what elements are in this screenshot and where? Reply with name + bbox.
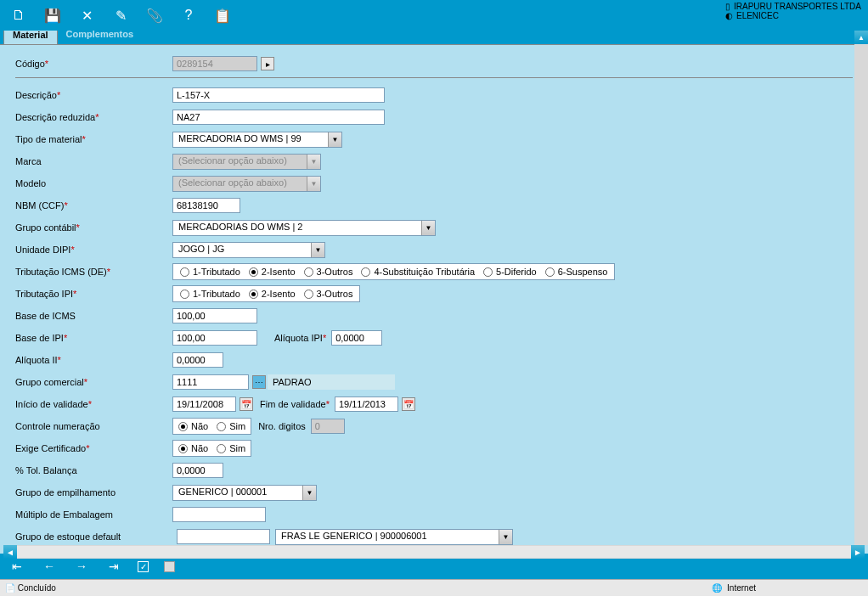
chevron-down-icon[interactable]: ▼ <box>499 530 512 544</box>
scroll-right-icon[interactable]: ► <box>851 545 865 559</box>
label-grupo-comercial: Grupo comercial* <box>15 377 172 387</box>
chevron-down-icon[interactable]: ▼ <box>328 132 341 147</box>
chevron-down-icon[interactable]: ▼ <box>421 221 435 235</box>
radio-icms-5[interactable] <box>483 267 493 277</box>
calendar-icon[interactable]: 📅 <box>402 397 415 411</box>
codigo-input <box>172 56 257 71</box>
top-toolbar: 🗋 💾 ✕ ✎ 📎 ? 📋 ▯IRAPURU TRANSPORTES LTDA … <box>0 0 868 31</box>
desc-reduzida-input[interactable] <box>172 110 385 125</box>
modelo-select: (Selecionar opção abaixo)▼ <box>172 176 321 192</box>
exige-cert-radio[interactable]: Não Sim <box>172 440 251 457</box>
marca-select: (Selecionar opção abaixo)▼ <box>172 154 321 170</box>
chevron-down-icon: ▼ <box>307 155 320 169</box>
label-base-icms: Base de ICMS <box>15 311 172 321</box>
grupo-estoque-cod-input[interactable] <box>177 529 270 544</box>
radio-sim[interactable] <box>217 422 226 431</box>
label-aliquota-ipi: Alíquota IPI* <box>274 333 326 343</box>
nbm-input[interactable] <box>172 198 240 213</box>
label-nbm: NBM (CCF)* <box>15 200 172 211</box>
vertical-scrollbar[interactable]: ▲ <box>854 31 868 545</box>
scroll-track[interactable] <box>17 546 851 558</box>
label-descricao: Descrição* <box>15 90 172 100</box>
status-page-icon: 📄 <box>5 583 15 593</box>
chevron-down-icon[interactable]: ▼ <box>311 243 324 257</box>
grupo-empilhamento-select[interactable]: GENERICO | 000001▼ <box>172 485 317 501</box>
nav-next-icon[interactable]: → <box>73 560 90 573</box>
label-tipo-material: Tipo de material* <box>15 134 172 144</box>
radio-icms-6[interactable] <box>545 267 555 277</box>
chevron-down-icon: ▼ <box>307 177 320 191</box>
label-aliquota-ii: Alíquota II* <box>15 355 172 365</box>
base-icms-input[interactable] <box>172 308 257 323</box>
radio-icms-3[interactable] <box>304 267 313 277</box>
descricao-input[interactable] <box>172 87 385 103</box>
trib-ipi-radio[interactable]: 1-Tributado 2-Isento 3-Outros <box>172 285 360 302</box>
status-bar: 📄 Concluído 🌐 Internet <box>0 579 868 596</box>
save-icon[interactable]: 💾 <box>41 3 65 27</box>
lookup-grupo-icon[interactable]: ⋯ <box>252 375 266 389</box>
horizontal-scrollbar[interactable]: ◄ ► <box>3 545 865 559</box>
label-exige-cert: Exige Certificado* <box>15 443 172 453</box>
grupo-comercial-input[interactable] <box>172 374 249 390</box>
label-fim-validade: Fim de validade* <box>260 399 330 409</box>
aliquota-ii-input[interactable] <box>172 352 223 368</box>
controle-num-radio[interactable]: Não Sim <box>172 418 251 435</box>
radio-icms-1[interactable] <box>180 267 189 277</box>
attach-icon[interactable]: 📎 <box>143 3 166 27</box>
label-multiplo-emb: Múltiplo de Embalagem <box>15 509 172 520</box>
checkbox-checked-icon[interactable]: ✓ <box>138 561 149 572</box>
label-marca: Marca <box>15 156 172 166</box>
chevron-down-icon[interactable]: ▼ <box>302 486 316 500</box>
status-left: Concluído <box>18 583 56 593</box>
globe-icon: 🌐 <box>712 583 722 593</box>
nav-last-icon[interactable]: ⇥ <box>105 560 122 573</box>
radio-nao[interactable] <box>178 422 188 431</box>
edit-icon[interactable]: ✎ <box>109 3 132 27</box>
label-trib-ipi: Tributação IPI* <box>15 289 172 299</box>
scroll-left-icon[interactable]: ◄ <box>3 545 17 559</box>
radio-ipi-3[interactable] <box>304 290 313 299</box>
copy-icon[interactable]: 📋 <box>211 3 234 27</box>
nav-first-icon[interactable]: ⇤ <box>8 560 25 573</box>
form-content: Código* ▸ Descrição* Descrição reduzida*… <box>0 44 868 554</box>
label-grupo-estoque: Grupo de estoque default <box>15 531 177 542</box>
delete-icon[interactable]: ✕ <box>75 3 99 27</box>
label-nro-digitos: Nro. digitos <box>258 421 306 431</box>
radio-cert-sim[interactable] <box>217 444 226 453</box>
grupo-contabil-select[interactable]: MERCADORIAS DO WMS | 2▼ <box>172 220 436 236</box>
calendar-icon[interactable]: 📅 <box>240 397 253 411</box>
label-desc-reduzida: Descrição reduzida* <box>15 112 172 122</box>
aliquota-ipi-input[interactable] <box>331 330 382 346</box>
new-icon[interactable]: 🗋 <box>7 3 31 27</box>
radio-icms-2[interactable] <box>249 267 258 277</box>
nav-prev-icon[interactable]: ← <box>41 560 58 573</box>
scroll-up-icon[interactable]: ▲ <box>854 31 868 44</box>
company-info: ▯IRAPURU TRANSPORTES LTDA ◐ELENICEC <box>725 2 861 20</box>
tol-balanca-input[interactable] <box>172 463 223 478</box>
checkbox-empty-icon[interactable] <box>164 561 175 572</box>
grupo-estoque-select[interactable]: FRAS LE GENERICO | 900006001▼ <box>275 529 513 545</box>
label-grupo-empilhamento: Grupo de empilhamento <box>15 487 172 498</box>
tipo-material-select[interactable]: MERCADORIA DO WMS | 99▼ <box>172 132 342 148</box>
help-icon[interactable]: ? <box>177 3 200 27</box>
inicio-validade-input[interactable] <box>172 396 236 412</box>
trib-icms-radio[interactable]: 1-Tributado 2-Isento 3-Outros 4-Substitu… <box>172 263 615 280</box>
label-controle-num: Controle numeração <box>15 421 172 431</box>
label-unidade-dipi: Unidade DIPI* <box>15 245 172 255</box>
radio-ipi-1[interactable] <box>180 290 189 299</box>
radio-cert-nao[interactable] <box>178 444 188 453</box>
lookup-icon[interactable]: ▸ <box>261 57 274 70</box>
radio-ipi-2[interactable] <box>249 290 258 299</box>
label-trib-icms: Tributação ICMS (DE)* <box>15 267 172 277</box>
grupo-comercial-display: PADRAO <box>268 374 395 390</box>
label-tol-balanca: % Tol. Balança <box>15 465 172 475</box>
label-grupo-contabil: Grupo contábil* <box>15 222 172 233</box>
status-right: Internet <box>727 583 756 593</box>
fim-validade-input[interactable] <box>335 396 398 412</box>
multiplo-emb-input[interactable] <box>172 507 266 522</box>
label-modelo: Modelo <box>15 178 172 188</box>
unidade-dipi-select[interactable]: JOGO | JG▼ <box>172 242 325 258</box>
base-ipi-input[interactable] <box>172 330 257 346</box>
radio-icms-4[interactable] <box>361 267 370 277</box>
divider <box>15 77 853 78</box>
